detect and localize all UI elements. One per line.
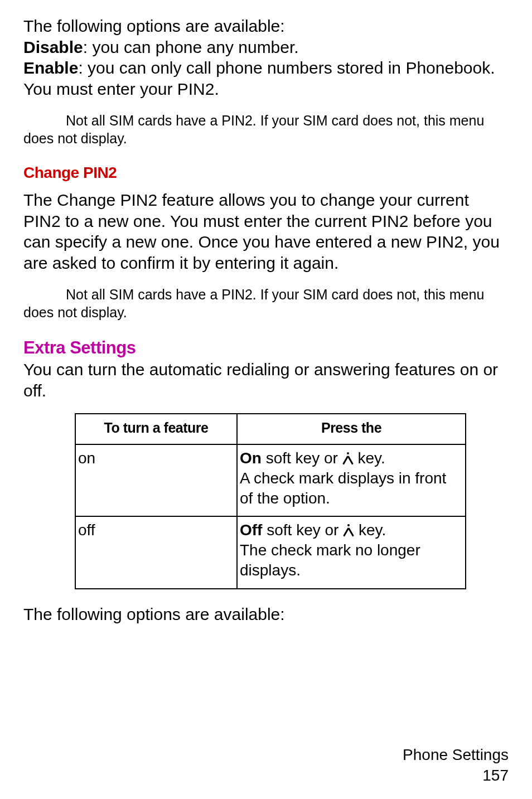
intro-line1: The following options are available: — [23, 17, 285, 35]
footer-page-number: 157 — [482, 767, 509, 784]
extra-para: You can turn the automatic redialing or … — [23, 359, 509, 401]
note2-line1: Not all SIM cards have a PIN2. If your S… — [66, 287, 484, 302]
on-mid: soft key or — [262, 449, 342, 467]
page-footer: Phone Settings 157 — [403, 745, 509, 786]
table-cell-off-right: Off soft key or key. The check mark no l… — [237, 516, 466, 588]
nav-key-icon — [342, 452, 354, 464]
feature-table: To turn a feature Press the on On soft k… — [75, 413, 466, 589]
on-cont: A check mark displays in front of the op… — [240, 469, 446, 507]
table-header-row: To turn a feature Press the — [75, 414, 466, 444]
change-pin2-para: The Change PIN2 feature allows you to ch… — [23, 190, 509, 273]
heading-extra-settings: Extra Settings — [23, 338, 509, 358]
table-cell-on-right: On soft key or key. A check mark display… — [237, 444, 466, 516]
table-head-right: Press the — [237, 414, 466, 444]
footer-title: Phone Settings — [403, 746, 509, 763]
intro-block: The following options are available: Dis… — [23, 16, 509, 99]
on-tail: key. — [354, 449, 385, 467]
table-cell-on-left: on — [75, 444, 237, 516]
intro-disable-bold: Disable — [23, 38, 83, 56]
intro-disable-rest: : you can phone any number. — [83, 38, 299, 56]
table-row: on On soft key or key. A check mark disp… — [75, 444, 466, 516]
off-mid: soft key or — [262, 521, 343, 539]
intro-enable-rest: : you can only call phone numbers stored… — [23, 59, 495, 98]
table-head-left: To turn a feature — [75, 414, 237, 444]
intro-enable-bold: Enable — [23, 59, 78, 77]
note1-line1: Not all SIM cards have a PIN2. If your S… — [66, 113, 484, 128]
heading-change-pin2: Change PIN2 — [23, 164, 509, 182]
on-bold: On — [240, 449, 262, 467]
outro-line: The following options are available: — [23, 604, 509, 625]
table-row: off Off soft key or key. The check mark … — [75, 516, 466, 588]
table-cell-off-left: off — [75, 516, 237, 588]
feature-table-wrap: To turn a feature Press the on On soft k… — [75, 413, 509, 589]
note-1: Not all SIM cards have a PIN2. If your S… — [23, 112, 509, 147]
nav-key-icon — [343, 524, 354, 536]
off-cont: The check mark no longer displays. — [240, 541, 420, 579]
off-bold: Off — [240, 521, 262, 539]
off-tail: key. — [354, 521, 386, 539]
note-2: Not all SIM cards have a PIN2. If your S… — [23, 285, 509, 321]
note1-line2: does not display. — [23, 129, 509, 147]
note2-line2: does not display. — [23, 303, 509, 321]
